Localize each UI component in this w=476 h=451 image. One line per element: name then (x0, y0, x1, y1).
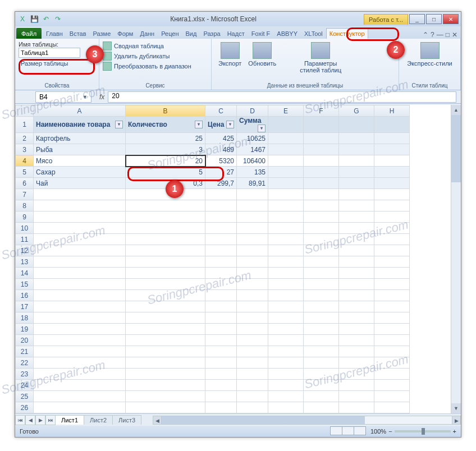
redo-icon[interactable]: ↷ (53, 14, 63, 24)
col-header-f[interactable]: F (304, 105, 339, 117)
tab-insert[interactable]: Встав (66, 28, 90, 39)
scroll-right-icon[interactable]: ▶ (452, 416, 461, 425)
row-header[interactable]: 17 (16, 301, 34, 312)
cell[interactable]: 89,91 (237, 178, 268, 189)
filter-icon[interactable]: ▾ (226, 121, 234, 128)
dedup-button[interactable]: Удалить дубликаты (114, 53, 170, 59)
cell[interactable]: Чай (34, 178, 126, 189)
table-header-cell[interactable]: Количество▾ (126, 117, 205, 133)
tab-data[interactable]: Данн (136, 28, 158, 39)
tab-addins[interactable]: Надст (224, 28, 248, 39)
cell[interactable]: 5 (126, 167, 205, 178)
col-header-e[interactable]: E (268, 105, 304, 117)
row-header[interactable]: 1 (16, 117, 34, 133)
maximize-button[interactable]: □ (426, 14, 442, 24)
cell[interactable]: 27 (205, 167, 237, 178)
quick-styles-button[interactable]: Экспресс-стили (402, 41, 457, 68)
save-icon[interactable]: 💾 (29, 14, 39, 24)
row-header[interactable]: 7 (16, 189, 34, 200)
close-button[interactable]: ✕ (443, 14, 459, 24)
cell[interactable]: 0,3 (126, 178, 205, 189)
vertical-scrollbar[interactable]: ▲ ▼ (451, 105, 461, 413)
row-header[interactable]: 2 (16, 133, 34, 144)
name-box-dropdown-icon[interactable]: ▼ (83, 94, 88, 100)
row-header[interactable]: 15 (16, 279, 34, 290)
row-header[interactable]: 16 (16, 290, 34, 301)
table-header-cell[interactable]: Сумма▾ (237, 117, 268, 133)
tab-formulas[interactable]: Форм (114, 28, 136, 39)
sheet-nav-next[interactable]: ▶ (35, 415, 45, 425)
tab-design[interactable]: Конструктор (326, 28, 368, 39)
convert-range-button[interactable]: Преобразовать в диапазон (114, 63, 191, 70)
resize-table-button[interactable]: Размер таблицы (21, 60, 68, 67)
row-header[interactable]: 10 (16, 223, 34, 234)
row-header[interactable]: 14 (16, 268, 34, 279)
zoom-level[interactable]: 100% (370, 428, 386, 435)
export-button[interactable]: Экспорт (215, 41, 245, 81)
row-header[interactable]: 18 (16, 312, 34, 324)
cell[interactable]: Картофель (34, 133, 126, 144)
row-header[interactable]: 22 (16, 357, 34, 369)
undo-icon[interactable]: ↶ (41, 14, 51, 24)
sheet-nav-first[interactable]: ⏮ (15, 415, 25, 425)
horizontal-scrollbar[interactable]: ◀ ▶ (153, 416, 461, 425)
col-header-b[interactable]: B (126, 105, 205, 117)
tab-foxit[interactable]: Foxit F (248, 28, 274, 39)
style-options-button[interactable]: Параметры стилей таблиц (296, 41, 345, 81)
col-header-h[interactable]: H (374, 105, 410, 117)
scroll-left-icon[interactable]: ◀ (153, 416, 162, 425)
sheet-tab-2[interactable]: Лист2 (84, 415, 113, 425)
row-header[interactable]: 6 (16, 178, 34, 189)
tab-xltools[interactable]: XLTool (301, 28, 326, 39)
scroll-up-icon[interactable]: ▲ (451, 105, 461, 115)
col-header-d[interactable]: D (237, 105, 268, 117)
scroll-thumb[interactable] (451, 115, 461, 182)
col-header-a[interactable]: A (34, 105, 126, 117)
filter-icon[interactable]: ▾ (258, 125, 266, 132)
row-header[interactable]: 20 (16, 335, 34, 346)
cell[interactable]: 489 (205, 144, 237, 155)
cell[interactable]: 5320 (205, 155, 237, 167)
doc-max-icon[interactable]: □ (446, 31, 450, 39)
sheet-tab-1[interactable]: Лист1 (55, 415, 84, 425)
hscroll-thumb[interactable] (162, 416, 365, 424)
row-header[interactable]: 24 (16, 380, 34, 391)
zoom-in-button[interactable]: + (453, 428, 456, 435)
col-header-g[interactable]: G (339, 105, 374, 117)
cell[interactable]: 25 (126, 133, 205, 144)
row-header[interactable]: 19 (16, 324, 34, 335)
zoom-slider[interactable] (395, 430, 451, 432)
cell[interactable]: Сахар (34, 167, 126, 178)
row-header[interactable]: 8 (16, 200, 34, 211)
row-header[interactable]: 3 (16, 144, 34, 155)
help-icon[interactable]: ? (431, 31, 434, 39)
sheet-nav-last[interactable]: ⏭ (45, 415, 56, 425)
formula-input[interactable]: 20 (108, 91, 456, 103)
fx-icon[interactable]: fx (96, 93, 108, 101)
table-name-input[interactable] (19, 48, 80, 58)
tab-developer[interactable]: Разра (200, 28, 223, 39)
tab-home[interactable]: Главн (43, 28, 66, 39)
view-buttons[interactable] (331, 426, 366, 436)
cell[interactable]: 1467 (237, 144, 268, 155)
minimize-button[interactable]: _ (409, 14, 425, 24)
tab-view[interactable]: Вид (182, 28, 200, 39)
filter-icon[interactable]: ▾ (195, 121, 203, 128)
cell[interactable]: 3 (126, 144, 205, 155)
cell[interactable]: 135 (237, 167, 268, 178)
ribbon-minimize-icon[interactable]: ⌃ (423, 31, 428, 39)
tab-file[interactable]: Файл (16, 28, 42, 39)
row-header[interactable]: 4 (16, 155, 34, 167)
row-header[interactable]: 25 (16, 391, 34, 402)
table-header-cell[interactable]: Наименование товара▾ (34, 117, 126, 133)
col-header-c[interactable]: C (205, 105, 237, 117)
sheet-nav-prev[interactable]: ◀ (25, 415, 35, 425)
select-all-corner[interactable] (16, 105, 34, 117)
pivot-button[interactable]: Сводная таблица (114, 43, 164, 49)
worksheet-grid[interactable]: A B C D E F G H 1 Наименование товара▾ К… (15, 105, 410, 413)
tab-review[interactable]: Рецен (158, 28, 182, 39)
cell[interactable]: Рыба (34, 144, 126, 155)
row-header[interactable]: 26 (16, 402, 34, 413)
active-cell[interactable]: 20 (126, 155, 205, 167)
doc-min-icon[interactable]: — (437, 31, 443, 39)
